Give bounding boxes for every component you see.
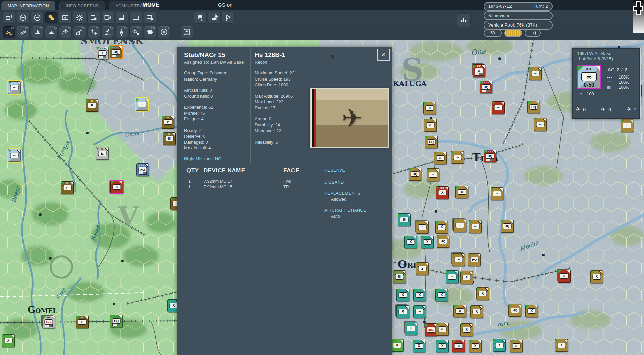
map-unit-counter-airbase[interactable]: ∞ xyxy=(558,270,571,283)
map-unit-counter-infantry[interactable]: X xyxy=(525,305,538,317)
map-unit-counter-flak[interactable]: ▲ xyxy=(416,262,429,275)
map-unit-counter-airbase[interactable]: ∞ xyxy=(8,149,21,162)
toolbar-button-weather-icon[interactable] xyxy=(208,12,221,24)
map-unit-counter-hq[interactable]: XXXX HQ xyxy=(110,46,122,58)
toolbar-button-pennant-icon[interactable] xyxy=(222,12,235,24)
chart-button[interactable] xyxy=(457,13,471,27)
map-unit-counter-pioneer[interactable]: II P xyxy=(86,99,98,112)
map-unit-counter-infantry[interactable]: X xyxy=(391,339,404,352)
toolbar-button-flag-move-icon[interactable] xyxy=(194,12,207,24)
map-unit-counter-infantry[interactable]: X xyxy=(435,221,448,234)
map-unit-counter-artillery[interactable]: ||| xyxy=(393,270,406,283)
map-unit-counter-infantry[interactable]: X xyxy=(413,340,425,352)
toolbar-button-jump-box-icon[interactable] xyxy=(59,12,72,24)
map-unit-counter-infantry[interactable]: X xyxy=(460,323,473,336)
action-replacements[interactable]: REPLACEMENTSAllowed xyxy=(324,191,360,202)
toolbar-button-eject-icon[interactable] xyxy=(180,26,193,38)
map-unit-counter-pioneer[interactable]: II P xyxy=(61,181,74,194)
toolbar-button-zoom-in-icon[interactable] xyxy=(17,12,30,24)
airbase-name[interactable]: 16th LW Air Base xyxy=(577,51,640,56)
toolbar-button-route-icon[interactable]: F1 xyxy=(3,26,15,38)
map-unit-counter-infantry[interactable]: X xyxy=(436,340,449,352)
map-unit-counter-hq[interactable]: HQ xyxy=(409,168,421,181)
airbase-command[interactable]: Luftflotte 6 (8/15) xyxy=(579,56,640,61)
action-reserve[interactable]: RESERVE xyxy=(324,168,345,173)
map-unit-counter-airbase[interactable]: ∞ xyxy=(446,270,459,283)
map-unit-counter-infantry[interactable]: XX X xyxy=(436,186,449,199)
map-unit-counter-airbase[interactable]: ∞ xyxy=(8,81,21,94)
toolbar-button-boat-icon[interactable]: F4 xyxy=(45,26,58,38)
map-unit-counter-infantry[interactable]: X xyxy=(470,305,483,318)
map-unit-counter-hq[interactable]: XXXX HQ xyxy=(136,163,149,176)
toolbar-button-screen-gear-icon[interactable] xyxy=(144,12,156,24)
toolbar-button-hex-overlay-icon[interactable] xyxy=(45,12,58,24)
toolbar-button-air-move-icon[interactable]: F10 xyxy=(129,26,142,38)
map-unit-counter-airbase[interactable]: ∞ xyxy=(452,340,465,352)
toolbar-button-gear-icon[interactable] xyxy=(73,12,86,24)
map-unit-counter-airbase[interactable]: ∞ xyxy=(534,118,547,131)
map-unit-counter-infantry[interactable]: X xyxy=(396,289,409,301)
close-icon[interactable]: × xyxy=(377,49,390,61)
map-unit-counter-signal[interactable]: II ◣ xyxy=(96,147,109,160)
map-unit-counter-airbase[interactable]: ∞ xyxy=(491,187,503,200)
map-unit-counter-airbase[interactable]: ∞ xyxy=(423,102,436,114)
action-aircraft-change[interactable]: AIRCRAFT CHANGEAuto xyxy=(324,208,366,219)
map-unit-counter-infantry[interactable]: X xyxy=(493,339,506,352)
toolbar-button-bomb-city-icon[interactable]: F8 xyxy=(101,26,114,38)
map-unit-counter-infantry[interactable]: X xyxy=(2,334,15,347)
airbase-counter[interactable]: XX ∞ 0-50 xyxy=(577,65,601,89)
map-unit-counter-airbase[interactable]: ∞ xyxy=(453,305,466,317)
toolbar-button-next-turn-icon[interactable]: F12 xyxy=(158,26,170,38)
toolbar-button-stats-box-icon[interactable] xyxy=(101,12,114,24)
map-unit-counter-transport[interactable]: • xyxy=(416,221,429,234)
toolbar-button-windows-icon[interactable] xyxy=(3,12,15,24)
toolbar-button-frame-icon[interactable] xyxy=(129,12,142,24)
map-unit-counter-infantry[interactable]: X xyxy=(404,236,417,248)
map-unit-counter-security[interactable]: III SEC xyxy=(42,316,55,328)
map-unit-counter-airbase[interactable]: ∞ xyxy=(452,253,465,266)
map-unit-counter-hq[interactable]: HQ xyxy=(425,136,438,148)
map-unit-counter-hq[interactable]: HQ xyxy=(468,253,481,266)
map-unit-counter-airbase[interactable]: ∞ xyxy=(434,152,447,164)
map-unit-counter-airbase[interactable]: ∞ xyxy=(427,168,439,181)
map-unit-counter-airbase[interactable]: ∞ xyxy=(424,119,437,132)
toolbar-button-ship-icon[interactable]: F3 xyxy=(31,26,44,38)
menu-tab-map-information[interactable]: MAP INFORMATION xyxy=(1,1,55,10)
map-unit-counter-hq[interactable]: HQ xyxy=(437,235,449,248)
toolbar-button-factory-icon[interactable] xyxy=(115,12,128,24)
toolbar-button-unit-box-icon[interactable] xyxy=(87,12,100,24)
menu-tab-info-screens[interactable]: INFO SCREENS xyxy=(59,1,105,10)
map-unit-counter-artillery[interactable]: ||| xyxy=(405,322,417,335)
map-unit-counter-infantry[interactable]: X xyxy=(421,236,434,248)
map-unit-counter-infantry[interactable]: X xyxy=(413,289,426,301)
map-unit-counter-airbase[interactable]: ∞ xyxy=(621,119,633,132)
map-unit-counter-infantry[interactable]: X xyxy=(396,305,409,318)
toolbar-button-air-transfer-icon[interactable]: F7 xyxy=(87,26,100,38)
toolbar-button-zoom-out-icon[interactable] xyxy=(31,12,44,24)
map-unit-counter-airbase[interactable]: ∞ xyxy=(413,305,426,318)
map-unit-counter-airbase[interactable]: ∞ xyxy=(453,219,466,232)
map-unit-counter-airbase[interactable]: ∞ xyxy=(436,323,449,336)
map-unit-counter-airbase[interactable]: ∞ xyxy=(469,220,482,233)
mode-label[interactable]: MOVE xyxy=(142,2,160,8)
map-unit-counter-hq[interactable]: XXX HQ xyxy=(110,315,123,327)
map-unit-counter-hq[interactable]: XXXX HQ xyxy=(480,81,492,93)
map-unit-counter-airbase[interactable]: ∞ xyxy=(529,67,542,80)
action-disband[interactable]: DISBAND xyxy=(324,180,344,185)
map-unit-counter-hq[interactable]: HQ xyxy=(501,220,514,233)
night-missions[interactable]: Night Missions: NO xyxy=(184,156,248,161)
map-unit-counter-infantry[interactable]: X xyxy=(555,339,568,352)
map-unit-counter-airgroup[interactable]: ∞ xyxy=(110,181,123,193)
toolbar-button-rail-icon[interactable]: F2 xyxy=(17,26,30,38)
toolbar-button-para-drop-icon[interactable]: F9 xyxy=(115,26,128,38)
map-unit-counter-armor[interactable]: XX ◇ xyxy=(473,64,485,77)
toolbar-button-strike-icon[interactable]: F11 xyxy=(144,26,156,38)
map-unit-counter-airbase[interactable]: ∞ xyxy=(492,101,505,114)
map-unit-counter-infantry[interactable]: X xyxy=(590,270,603,283)
map-unit-counter-airbase[interactable]: ∞ xyxy=(136,98,148,111)
gs-toggle[interactable]: GS-on xyxy=(218,2,232,8)
map-unit-counter-hq[interactable]: HQ xyxy=(527,101,540,113)
map-unit-counter-hq[interactable]: HQ xyxy=(508,304,521,317)
toolbar-button-air-recon-icon[interactable]: F5 xyxy=(59,26,72,38)
map-unit-counter-security[interactable]: SEC xyxy=(425,323,437,336)
